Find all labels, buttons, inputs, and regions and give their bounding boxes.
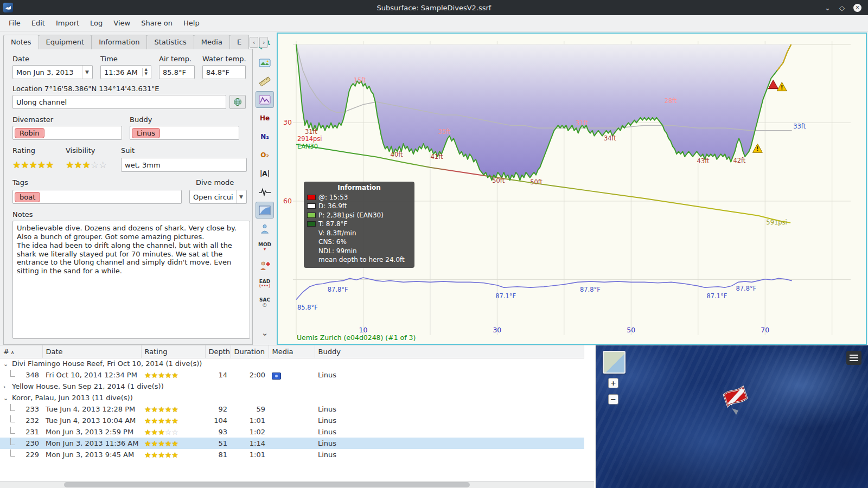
buddy-chip[interactable]: Linus	[132, 128, 160, 138]
trip-row[interactable]: ›Yellow House, Sun Sep 21, 2014 (1 dive(…	[0, 381, 584, 392]
scroll-down-button[interactable]: ⌄	[256, 325, 274, 342]
zoom-in-button[interactable]: +	[608, 378, 618, 388]
dive-row[interactable]: 230Mon Jun 3, 2013 11:36 AM★★★★★511:14Li…	[0, 438, 584, 449]
buddy-field[interactable]: Linus	[130, 126, 239, 140]
dive-number[interactable]: 232	[0, 415, 42, 426]
dive-row[interactable]: 233Tue Jun 4, 2013 12:28 PM★★★★★9259Linu…	[0, 403, 584, 415]
dive-rating[interactable]: ★★★☆☆	[141, 426, 205, 438]
minimize-button[interactable]: ⌄	[825, 4, 831, 11]
column-header-num[interactable]: # ∧	[0, 345, 42, 358]
close-button[interactable]: ✕	[853, 4, 861, 12]
tab-e[interactable]: E	[229, 35, 249, 49]
tags-field[interactable]: boat	[12, 190, 182, 204]
tab-equipment[interactable]: Equipment	[39, 35, 92, 49]
suit-field[interactable]: wet, 3mm	[121, 158, 247, 172]
dive-depth[interactable]: 92	[205, 403, 231, 415]
dive-rating[interactable]: ★★★★★	[141, 438, 205, 449]
profile-photos-toggle-button[interactable]	[256, 91, 274, 108]
dive-depth[interactable]: 14	[205, 369, 231, 381]
dive-duration[interactable]: 59	[231, 403, 269, 415]
calc-ceiling-button[interactable]	[256, 220, 274, 237]
column-header-media[interactable]: Media	[269, 345, 315, 358]
star-icon[interactable]: ☆	[171, 428, 178, 436]
collapse-icon[interactable]: ⌄	[3, 361, 12, 368]
dive-media[interactable]	[269, 449, 315, 460]
star-icon[interactable]: ★	[165, 439, 172, 448]
map-view[interactable]: + −	[595, 345, 868, 488]
star-icon[interactable]: ★	[171, 416, 178, 425]
trip-row[interactable]: ⌄Koror, Palau, Jun 2013 (11 dive(s))	[0, 392, 584, 403]
dive-number[interactable]: 229	[0, 449, 42, 460]
tab-scroll-right[interactable]: ›	[259, 37, 268, 48]
dive-date[interactable]: Tue Jun 4, 2013 12:28 PM	[42, 403, 141, 415]
star-icon[interactable]: ★	[37, 159, 46, 170]
divemaster-chip[interactable]: Robin	[15, 128, 44, 138]
dive-depth[interactable]: 81	[205, 449, 231, 460]
visibility-stars[interactable]: ★★★☆☆	[66, 160, 113, 170]
dive-media[interactable]	[269, 403, 315, 415]
dive-number[interactable]: 230	[0, 438, 42, 449]
he-graph-button[interactable]: He	[256, 110, 274, 126]
star-icon[interactable]: ★	[144, 428, 151, 436]
star-icon[interactable]: ☆	[165, 428, 172, 436]
dive-number[interactable]: 231	[0, 426, 42, 438]
dive-date[interactable]: Fri Oct 10, 2014 12:34 PM	[42, 369, 141, 381]
maximize-button[interactable]: ◇	[839, 4, 845, 11]
divemode-combobox[interactable]: Open circuit ▼	[189, 190, 247, 204]
ruler-button[interactable]	[256, 73, 274, 89]
ndl-tts-button[interactable]	[256, 257, 274, 274]
menu-edit[interactable]: Edit	[26, 16, 50, 30]
tissues-button[interactable]	[256, 202, 274, 219]
dive-duration[interactable]: 1:01	[231, 449, 269, 460]
air-toggle-button[interactable]: |A|	[256, 165, 274, 182]
tag-chip[interactable]: boat	[15, 192, 40, 202]
star-icon[interactable]: ★	[144, 439, 151, 448]
star-icon[interactable]: ★	[165, 416, 172, 425]
star-icon[interactable]: ★	[151, 371, 158, 380]
map-overview-thumbnail[interactable]	[603, 351, 626, 374]
star-icon[interactable]: ★	[171, 371, 178, 380]
menu-file[interactable]: File	[3, 16, 26, 30]
star-icon[interactable]: ★	[158, 416, 165, 425]
dive-duration[interactable]: 1:02	[231, 426, 269, 438]
dive-duration[interactable]: 2:00	[231, 369, 269, 381]
horizontal-scrollbar[interactable]	[0, 481, 594, 488]
star-icon[interactable]: ★	[151, 428, 158, 436]
star-icon[interactable]: ★	[151, 439, 158, 448]
menu-import[interactable]: Import	[50, 16, 85, 30]
column-header-date[interactable]: Date	[42, 345, 141, 358]
dive-row[interactable]: 348Fri Oct 10, 2014 12:34 PM★★★★★142:00L…	[0, 369, 584, 381]
ead-button[interactable]: EAD(•••)	[256, 275, 274, 292]
star-icon[interactable]: ★	[158, 405, 165, 414]
star-icon[interactable]: ★	[158, 371, 165, 380]
dive-number[interactable]: 233	[0, 403, 42, 415]
zoom-out-button[interactable]: −	[608, 394, 618, 404]
dive-rating[interactable]: ★★★★★	[141, 369, 205, 381]
dive-rating[interactable]: ★★★★★	[141, 449, 205, 460]
star-icon[interactable]: ★	[29, 159, 37, 170]
dive-profile[interactable]: 31ft2914psiEAN3015ft40ft41ft35ft50ft50ft…	[277, 33, 867, 345]
tab-notes[interactable]: Notes	[3, 35, 39, 49]
star-icon[interactable]: ★	[165, 405, 172, 414]
time-spinner[interactable]: 11:36 AM ▲▼	[100, 65, 151, 79]
mod-button[interactable]: MOD▾	[256, 239, 274, 255]
star-icon[interactable]: ☆	[91, 159, 99, 170]
star-icon[interactable]: ★	[66, 159, 74, 170]
star-icon[interactable]: ★	[171, 405, 178, 414]
dive-buddy[interactable]: Linus	[315, 369, 584, 381]
star-icon[interactable]: ★	[151, 451, 158, 459]
tab-scroll-left[interactable]: ‹	[250, 37, 258, 48]
dive-number[interactable]: 348	[0, 369, 42, 381]
dive-site-flag-marker[interactable]	[720, 384, 755, 419]
star-icon[interactable]: ★	[82, 159, 91, 170]
star-icon[interactable]: ★	[144, 405, 151, 414]
dive-media[interactable]	[269, 369, 315, 381]
scrollbar-thumb[interactable]	[64, 482, 470, 487]
globe-button[interactable]	[229, 95, 246, 109]
show-photos-button[interactable]	[256, 54, 274, 71]
column-header-depth[interactable]: Depth	[205, 345, 231, 358]
dive-depth[interactable]: 51	[205, 438, 231, 449]
dive-date[interactable]: Mon Jun 3, 2013 9:45 AM	[42, 449, 141, 460]
dive-duration[interactable]: 1:14	[231, 438, 269, 449]
tab-media[interactable]: Media	[194, 35, 230, 49]
